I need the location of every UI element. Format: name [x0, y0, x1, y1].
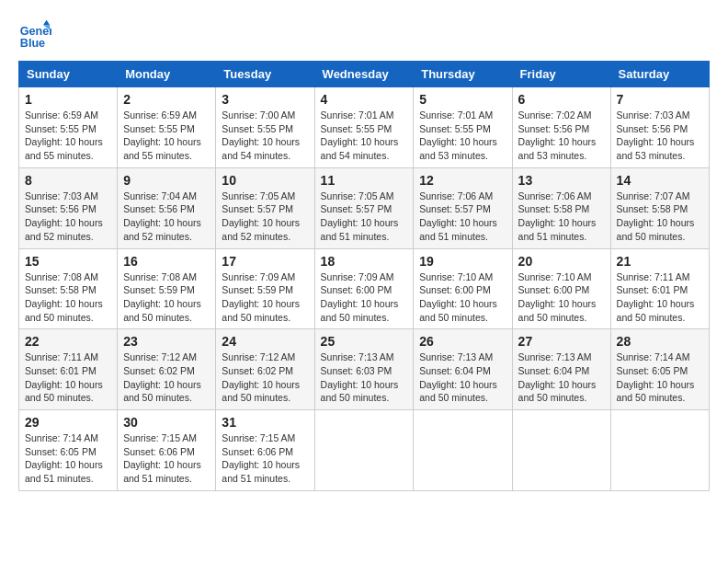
- calendar-cell: 16 Sunrise: 7:08 AM Sunset: 5:59 PM Dayl…: [118, 248, 216, 329]
- day-number: 15: [25, 254, 111, 269]
- day-number: 5: [419, 92, 506, 107]
- weekday-header-wednesday: Wednesday: [314, 62, 414, 87]
- day-info: Sunrise: 7:09 AM Sunset: 5:59 PM Dayligh…: [222, 270, 308, 325]
- day-number: 27: [518, 334, 605, 349]
- calendar-cell: 2 Sunrise: 6:59 AM Sunset: 5:55 PM Dayli…: [118, 87, 216, 168]
- day-info: Sunrise: 7:01 AM Sunset: 5:55 PM Dayligh…: [321, 109, 408, 163]
- day-number: 7: [617, 92, 703, 107]
- day-info: Sunrise: 7:06 AM Sunset: 5:57 PM Dayligh…: [419, 190, 506, 244]
- calendar-cell: 10 Sunrise: 7:05 AM Sunset: 5:57 PM Dayl…: [216, 167, 314, 248]
- day-number: 24: [222, 334, 308, 349]
- day-number: 16: [123, 254, 210, 269]
- day-info: Sunrise: 7:09 AM Sunset: 6:00 PM Dayligh…: [321, 270, 408, 325]
- day-info: Sunrise: 7:12 AM Sunset: 6:02 PM Dayligh…: [222, 350, 308, 405]
- week-row-4: 22 Sunrise: 7:11 AM Sunset: 6:01 PM Dayl…: [19, 329, 710, 410]
- day-info: Sunrise: 7:15 AM Sunset: 6:06 PM Dayligh…: [222, 431, 308, 486]
- calendar-cell: 11 Sunrise: 7:05 AM Sunset: 5:57 PM Dayl…: [314, 167, 414, 248]
- calendar-cell: 12 Sunrise: 7:06 AM Sunset: 5:57 PM Dayl…: [414, 167, 512, 248]
- calendar-cell: 8 Sunrise: 7:03 AM Sunset: 5:56 PM Dayli…: [19, 167, 118, 248]
- weekday-header-saturday: Saturday: [610, 62, 709, 87]
- day-number: 31: [222, 415, 308, 430]
- calendar-cell: 1 Sunrise: 6:59 AM Sunset: 5:55 PM Dayli…: [19, 87, 118, 168]
- day-number: 11: [321, 173, 408, 188]
- day-info: Sunrise: 7:07 AM Sunset: 5:58 PM Dayligh…: [617, 190, 703, 244]
- calendar-cell: [512, 410, 610, 491]
- weekday-header-friday: Friday: [512, 62, 610, 87]
- day-info: Sunrise: 7:04 AM Sunset: 5:56 PM Dayligh…: [123, 190, 210, 244]
- week-row-2: 8 Sunrise: 7:03 AM Sunset: 5:56 PM Dayli…: [19, 167, 710, 248]
- day-number: 18: [321, 254, 408, 269]
- day-info: Sunrise: 7:01 AM Sunset: 5:55 PM Dayligh…: [419, 109, 506, 163]
- day-info: Sunrise: 7:11 AM Sunset: 6:01 PM Dayligh…: [617, 270, 703, 325]
- day-info: Sunrise: 6:59 AM Sunset: 5:55 PM Dayligh…: [25, 109, 111, 163]
- day-info: Sunrise: 7:08 AM Sunset: 5:59 PM Dayligh…: [123, 270, 210, 325]
- day-info: Sunrise: 7:13 AM Sunset: 6:04 PM Dayligh…: [419, 350, 506, 405]
- calendar-cell: 23 Sunrise: 7:12 AM Sunset: 6:02 PM Dayl…: [118, 329, 216, 410]
- day-number: 17: [222, 254, 308, 269]
- day-number: 2: [123, 92, 210, 107]
- day-number: 13: [518, 173, 605, 188]
- logo: General Blue: [18, 18, 51, 52]
- day-info: Sunrise: 6:59 AM Sunset: 5:55 PM Dayligh…: [123, 109, 210, 163]
- calendar-cell: 5 Sunrise: 7:01 AM Sunset: 5:55 PM Dayli…: [414, 87, 512, 168]
- weekday-header-thursday: Thursday: [414, 62, 512, 87]
- calendar-cell: 19 Sunrise: 7:10 AM Sunset: 6:00 PM Dayl…: [414, 248, 512, 329]
- calendar-cell: 28 Sunrise: 7:14 AM Sunset: 6:05 PM Dayl…: [610, 329, 709, 410]
- calendar-cell: 31 Sunrise: 7:15 AM Sunset: 6:06 PM Dayl…: [216, 410, 314, 491]
- day-number: 30: [123, 415, 210, 430]
- day-info: Sunrise: 7:10 AM Sunset: 6:00 PM Dayligh…: [419, 270, 506, 325]
- calendar-cell: 20 Sunrise: 7:10 AM Sunset: 6:00 PM Dayl…: [512, 248, 610, 329]
- day-info: Sunrise: 7:13 AM Sunset: 6:03 PM Dayligh…: [321, 350, 408, 405]
- calendar-cell: 18 Sunrise: 7:09 AM Sunset: 6:00 PM Dayl…: [314, 248, 414, 329]
- calendar-cell: 9 Sunrise: 7:04 AM Sunset: 5:56 PM Dayli…: [118, 167, 216, 248]
- day-info: Sunrise: 7:13 AM Sunset: 6:04 PM Dayligh…: [518, 350, 605, 405]
- day-number: 6: [518, 92, 605, 107]
- day-number: 9: [123, 173, 210, 188]
- calendar-cell: 26 Sunrise: 7:13 AM Sunset: 6:04 PM Dayl…: [414, 329, 512, 410]
- calendar-cell: 6 Sunrise: 7:02 AM Sunset: 5:56 PM Dayli…: [512, 87, 610, 168]
- day-number: 21: [617, 254, 703, 269]
- day-info: Sunrise: 7:14 AM Sunset: 6:05 PM Dayligh…: [617, 350, 703, 405]
- week-row-1: 1 Sunrise: 6:59 AM Sunset: 5:55 PM Dayli…: [19, 87, 710, 168]
- calendar-cell: 13 Sunrise: 7:06 AM Sunset: 5:58 PM Dayl…: [512, 167, 610, 248]
- day-info: Sunrise: 7:08 AM Sunset: 5:58 PM Dayligh…: [25, 270, 111, 325]
- calendar-cell: 22 Sunrise: 7:11 AM Sunset: 6:01 PM Dayl…: [19, 329, 118, 410]
- svg-marker-2: [43, 20, 50, 25]
- calendar-cell: 7 Sunrise: 7:03 AM Sunset: 5:56 PM Dayli…: [610, 87, 709, 168]
- day-info: Sunrise: 7:12 AM Sunset: 6:02 PM Dayligh…: [123, 350, 210, 405]
- day-info: Sunrise: 7:05 AM Sunset: 5:57 PM Dayligh…: [222, 190, 308, 244]
- day-number: 10: [222, 173, 308, 188]
- calendar-cell: [610, 410, 709, 491]
- weekday-header-row: SundayMondayTuesdayWednesdayThursdayFrid…: [19, 62, 710, 87]
- day-number: 28: [617, 334, 703, 349]
- week-row-5: 29 Sunrise: 7:14 AM Sunset: 6:05 PM Dayl…: [19, 410, 710, 491]
- day-info: Sunrise: 7:02 AM Sunset: 5:56 PM Dayligh…: [518, 109, 605, 163]
- calendar-cell: 17 Sunrise: 7:09 AM Sunset: 5:59 PM Dayl…: [216, 248, 314, 329]
- day-number: 26: [419, 334, 506, 349]
- calendar-cell: [314, 410, 414, 491]
- day-number: 19: [419, 254, 506, 269]
- calendar-cell: 14 Sunrise: 7:07 AM Sunset: 5:58 PM Dayl…: [610, 167, 709, 248]
- calendar-cell: 24 Sunrise: 7:12 AM Sunset: 6:02 PM Dayl…: [216, 329, 314, 410]
- calendar-cell: 25 Sunrise: 7:13 AM Sunset: 6:03 PM Dayl…: [314, 329, 414, 410]
- calendar-cell: [414, 410, 512, 491]
- weekday-header-monday: Monday: [118, 62, 216, 87]
- calendar-table: SundayMondayTuesdayWednesdayThursdayFrid…: [18, 61, 710, 491]
- day-info: Sunrise: 7:00 AM Sunset: 5:55 PM Dayligh…: [222, 109, 308, 163]
- day-info: Sunrise: 7:14 AM Sunset: 6:05 PM Dayligh…: [25, 431, 111, 486]
- calendar-cell: 15 Sunrise: 7:08 AM Sunset: 5:58 PM Dayl…: [19, 248, 118, 329]
- calendar-cell: 4 Sunrise: 7:01 AM Sunset: 5:55 PM Dayli…: [314, 87, 414, 168]
- day-number: 14: [617, 173, 703, 188]
- logo-icon: General Blue: [18, 18, 51, 52]
- calendar-cell: 3 Sunrise: 7:00 AM Sunset: 5:55 PM Dayli…: [216, 87, 314, 168]
- page-header: General Blue: [18, 18, 710, 52]
- day-number: 3: [222, 92, 308, 107]
- svg-text:Blue: Blue: [20, 37, 45, 50]
- calendar-cell: 29 Sunrise: 7:14 AM Sunset: 6:05 PM Dayl…: [19, 410, 118, 491]
- day-info: Sunrise: 7:11 AM Sunset: 6:01 PM Dayligh…: [25, 350, 111, 405]
- day-info: Sunrise: 7:10 AM Sunset: 6:00 PM Dayligh…: [518, 270, 605, 325]
- day-info: Sunrise: 7:03 AM Sunset: 5:56 PM Dayligh…: [25, 190, 111, 244]
- day-info: Sunrise: 7:05 AM Sunset: 5:57 PM Dayligh…: [321, 190, 408, 244]
- calendar-cell: 30 Sunrise: 7:15 AM Sunset: 6:06 PM Dayl…: [118, 410, 216, 491]
- weekday-header-sunday: Sunday: [19, 62, 118, 87]
